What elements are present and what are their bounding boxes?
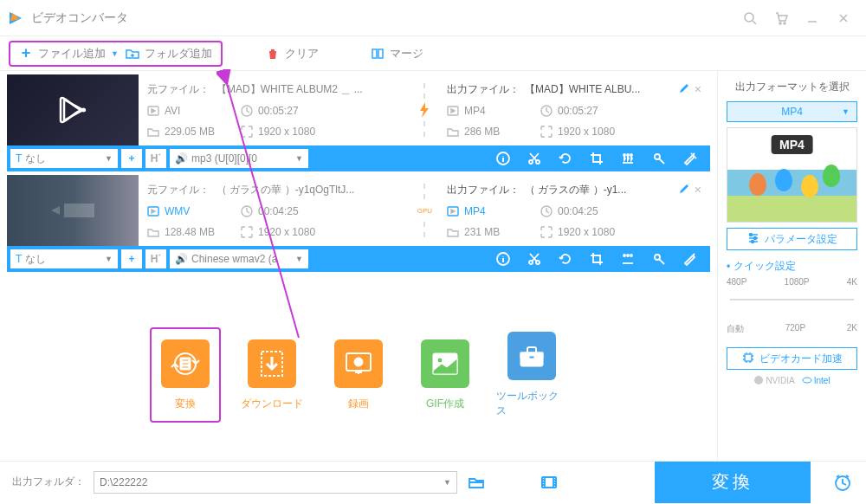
remove-item-button[interactable]: × [695, 183, 701, 197]
item-control-bar: Tなし▼ + H˙ 🔊mp3 (U[0][0][0▼ [7, 145, 710, 171]
info-tool-icon[interactable] [495, 251, 511, 267]
enhance-tool-icon[interactable] [682, 251, 698, 267]
main-toolbar: + ファイル追加 ▼ フォルダ追加 クリア マージ [0, 36, 866, 71]
video-thumbnail[interactable] [7, 175, 139, 246]
merge-icon [371, 47, 385, 61]
video-thumbnail[interactable] [7, 74, 139, 145]
info-tool-icon[interactable] [495, 151, 511, 166]
subtitle-select[interactable]: Tなし▼ [10, 149, 118, 168]
title-bar: ビデオコンバータ [0, 0, 866, 36]
svg-point-26 [630, 255, 632, 256]
parameter-settings-button[interactable]: パラメータ設定 [727, 228, 857, 250]
edit-icon[interactable] [679, 83, 689, 96]
output-size: 286 MB [447, 126, 525, 138]
item-control-bar: Tなし▼ + H˙ 🔊Chinese wmav2 (a▼ [7, 246, 710, 272]
add-subtitle-button[interactable]: + [121, 249, 142, 268]
gpu-icon: GPU [417, 203, 432, 218]
svg-point-2 [784, 23, 785, 24]
format-preview: MP4 [727, 127, 857, 223]
download-label: ダウンロード [241, 397, 303, 411]
output-file-name: 【MAD】WHITE ALBU... [525, 82, 640, 97]
effect-tool-icon[interactable] [620, 151, 636, 166]
audio-track-select[interactable]: 🔊mp3 (U[0][0][0▼ [170, 149, 308, 168]
source-duration: 00:04:25 [241, 205, 319, 217]
preset-480p[interactable]: 480P [727, 277, 746, 287]
enhance-tool-icon[interactable] [682, 151, 698, 166]
download-card[interactable]: ダウンロード [236, 327, 307, 423]
preset-1080p[interactable]: 1080P [785, 277, 810, 287]
chevron-down-icon: ▼ [842, 107, 850, 116]
watermark-tool-icon[interactable] [651, 151, 667, 166]
play-icon [52, 89, 94, 131]
preset-auto[interactable]: 自動 [727, 323, 744, 335]
output-path-select[interactable]: D:\222222▼ [94, 471, 457, 494]
video-output-icon[interactable] [539, 472, 559, 493]
svg-point-25 [627, 255, 629, 256]
plus-icon: + [19, 47, 33, 61]
convert-card[interactable]: 変換 [150, 327, 221, 423]
gif-label: GIF作成 [426, 397, 464, 411]
svg-rect-30 [182, 363, 189, 365]
convert-button[interactable]: 変換 [655, 462, 811, 503]
svg-rect-29 [182, 359, 189, 361]
subtitle-t-icon: T [16, 152, 22, 165]
output-file-name: （ ガラスの華 ）-y1... [525, 183, 626, 197]
audio-track-select[interactable]: 🔊Chinese wmav2 (a▼ [170, 249, 308, 268]
cart-icon[interactable] [766, 3, 797, 34]
rotate-tool-icon[interactable] [558, 251, 573, 267]
merge-button[interactable]: マージ [371, 46, 423, 61]
format-select[interactable]: MP4▼ [727, 101, 857, 122]
source-file-name: （ ガラスの華 ）-y1qOgTltJ... [216, 183, 354, 197]
gif-card[interactable]: GIF作成 [410, 327, 481, 423]
source-duration: 00:05:27 [241, 105, 319, 117]
hardware-button[interactable]: H˙ [145, 149, 166, 168]
crop-tool-icon[interactable] [589, 251, 604, 267]
watermark-tool-icon[interactable] [651, 251, 667, 267]
clear-button[interactable]: クリア [266, 46, 319, 61]
quality-slider[interactable] [727, 287, 857, 313]
svg-rect-4 [378, 49, 383, 58]
crop-tool-icon[interactable] [589, 151, 604, 166]
edit-icon[interactable] [679, 184, 689, 197]
preset-2k[interactable]: 2K [847, 323, 857, 335]
svg-point-13 [627, 154, 629, 156]
chevron-down-icon: ▼ [443, 478, 451, 487]
record-card[interactable]: 録画 [323, 327, 394, 423]
speaker-icon: 🔊 [175, 253, 188, 265]
bottom-bar: 出力フォルダ： D:\222222▼ 変換 [0, 461, 866, 502]
source-size: 128.48 MB [147, 226, 225, 238]
subtitle-select[interactable]: Tなし▼ [10, 249, 118, 268]
gif-icon [421, 339, 469, 388]
minimize-button[interactable] [797, 3, 828, 34]
svg-rect-39 [529, 356, 534, 359]
svg-point-1 [779, 23, 781, 24]
close-button[interactable] [828, 3, 859, 34]
svg-point-34 [354, 358, 363, 366]
remove-item-button[interactable]: × [695, 82, 701, 96]
cut-tool-icon[interactable] [527, 151, 542, 166]
cut-tool-icon[interactable] [527, 251, 542, 267]
preset-4k[interactable]: 4K [847, 277, 857, 287]
preset-720p[interactable]: 720P [785, 323, 805, 335]
output-resolution: 1920 x 1080 [540, 226, 618, 238]
output-duration: 00:04:25 [540, 205, 618, 217]
file-item: 元ファイル： 【MAD】WHITE ALBUM2 ＿ ... AVI 00:05… [7, 74, 710, 171]
add-file-button[interactable]: + ファイル追加 ▼ [19, 46, 119, 61]
search-icon[interactable] [734, 3, 766, 34]
rotate-tool-icon[interactable] [558, 151, 573, 166]
source-size: 229.05 MB [147, 126, 225, 138]
toolbox-card[interactable]: ツールボックス [496, 327, 567, 423]
record-icon [334, 339, 383, 388]
schedule-button[interactable] [819, 462, 866, 503]
add-folder-button[interactable]: フォルダ追加 [126, 46, 212, 61]
open-folder-button[interactable] [466, 472, 487, 493]
gpu-accel-button[interactable]: ビデオカード加速 [727, 347, 857, 370]
mp4-badge: MP4 [771, 135, 813, 154]
svg-point-41 [753, 236, 756, 239]
subtitle-t-icon: T [16, 253, 22, 265]
svg-point-12 [624, 154, 625, 156]
sliders-icon [747, 232, 759, 247]
add-subtitle-button[interactable]: + [121, 149, 142, 168]
hardware-button[interactable]: H˙ [145, 249, 166, 268]
effect-tool-icon[interactable] [620, 251, 636, 267]
